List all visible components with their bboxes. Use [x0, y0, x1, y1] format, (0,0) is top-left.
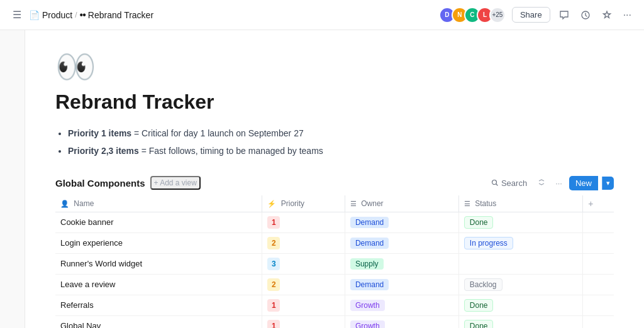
cell-name: Login experience [55, 232, 262, 253]
cell-add [583, 274, 614, 295]
db-search-button[interactable]: Search [487, 177, 531, 190]
cell-status: Done [458, 295, 582, 315]
table-row[interactable]: Cookie banner 1 Demand Done [55, 212, 614, 232]
cell-name: Cookie banner [55, 212, 262, 232]
breadcrumb-separator: / [75, 11, 77, 19]
col-status-label: Status [475, 199, 496, 208]
col-owner-label: Owner [361, 199, 383, 208]
cell-status: Done [458, 212, 582, 232]
breadcrumb-product[interactable]: Product [42, 10, 72, 20]
priority-badge: 1 [267, 320, 280, 328]
cell-priority: 2 [262, 232, 345, 253]
priority-badge: 2 [267, 237, 280, 249]
topnav: ☰ 📄 Product / •• Rebrand Tracker D N C L… [0, 0, 644, 30]
table-row[interactable]: Global Nav 1 Growth Done [55, 315, 614, 328]
bullet-2-bold: Priority 2,3 items [68, 146, 139, 156]
new-caret-button[interactable]: ▾ [602, 177, 614, 190]
table-row[interactable]: Referrals 1 Growth Done [55, 295, 614, 315]
page-emoji[interactable]: 👀 [55, 50, 614, 83]
cell-owner: Supply [345, 253, 458, 274]
priority-badge: 1 [267, 299, 280, 312]
cell-status [458, 253, 582, 274]
owner-tag: Demand [350, 238, 389, 249]
bullet-1: Priority 1 items = Critical for day 1 la… [68, 126, 614, 140]
table-header-row: 👤 Name ⚡ Priority ☰ Owner [55, 195, 614, 212]
cell-status: Done [458, 315, 582, 328]
page-bullets: Priority 1 items = Critical for day 1 la… [55, 126, 614, 158]
breadcrumb-page-title[interactable]: Rebrand Tracker [88, 10, 153, 20]
bullet-2: Priority 2,3 items = Fast follows, timin… [68, 144, 614, 158]
new-button[interactable]: New [569, 176, 598, 190]
table-row[interactable]: Leave a review 2 Demand Backlog [55, 274, 614, 295]
cell-add [583, 253, 614, 274]
db-toolbar-right: Search ··· New ▾ [487, 176, 614, 190]
priority-col-icon: ⚡ [267, 200, 276, 207]
favorite-icon[interactable] [599, 8, 614, 23]
col-header-owner: ☰ Owner [345, 195, 458, 212]
more-options-icon[interactable]: ··· [621, 7, 634, 23]
table-row[interactable]: Runner's World widget 3 Supply [55, 253, 614, 274]
owner-col-icon: ☰ [350, 200, 357, 207]
cell-name: Referrals [55, 295, 262, 315]
col-header-add: + [583, 195, 614, 212]
cell-name: Global Nav [55, 315, 262, 328]
db-table: 👤 Name ⚡ Priority ☰ Owner [55, 195, 614, 328]
status-badge: In progress [464, 237, 513, 249]
main-content: 👀 Rebrand Tracker Priority 1 items = Cri… [0, 30, 644, 328]
cell-priority: 1 [262, 295, 345, 315]
priority-badge: 3 [267, 258, 280, 270]
owner-tag: Growth [350, 320, 385, 328]
cell-add [583, 295, 614, 315]
cell-status: In progress [458, 232, 582, 253]
db-expand-button[interactable] [535, 177, 548, 190]
topnav-right: D N C L +25 Share ··· [439, 7, 634, 23]
comment-icon[interactable] [557, 8, 572, 23]
avatar-more[interactable]: +25 [489, 7, 506, 23]
status-badge: Done [464, 320, 494, 328]
col-priority-label: Priority [281, 199, 304, 208]
bullet-1-bold: Priority 1 items [68, 128, 131, 138]
db-header: Global Components + Add a view Search ··… [55, 176, 614, 190]
cell-owner: Demand [345, 212, 458, 232]
share-button[interactable]: Share [512, 7, 550, 23]
breadcrumb-dots: •• [80, 9, 86, 21]
col-header-status: ☰ Status [458, 195, 582, 212]
status-col-icon: ☰ [464, 200, 470, 207]
database-section: Global Components + Add a view Search ··… [55, 176, 614, 328]
breadcrumb: 📄 Product / •• Rebrand Tracker [29, 9, 153, 21]
db-more-button[interactable]: ··· [552, 177, 565, 190]
cell-name: Leave a review [55, 274, 262, 295]
col-name-label: Name [74, 199, 94, 208]
search-label: Search [501, 178, 527, 188]
sidebar [0, 30, 25, 328]
breadcrumb-current: •• Rebrand Tracker [80, 9, 153, 21]
avatars: D N C L +25 [439, 7, 506, 23]
cell-add [583, 232, 614, 253]
search-icon [491, 179, 499, 187]
menu-icon[interactable]: ☰ [10, 6, 24, 23]
cell-add [583, 212, 614, 232]
table-body: Cookie banner 1 Demand Done Login experi… [55, 212, 614, 328]
cell-status: Backlog [458, 274, 582, 295]
table-row[interactable]: Login experience 2 Demand In progress [55, 232, 614, 253]
add-view-button[interactable]: + Add a view [150, 176, 201, 190]
cell-name: Runner's World widget [55, 253, 262, 274]
priority-badge: 1 [267, 216, 280, 229]
owner-tag: Growth [350, 300, 385, 311]
status-badge: Backlog [464, 278, 502, 291]
bullet-2-rest: = Fast follows, timing to be managed by … [142, 146, 323, 156]
owner-tag: Demand [350, 217, 389, 228]
svg-point-1 [492, 180, 496, 185]
status-badge: Done [464, 216, 494, 229]
add-column-button[interactable]: + [588, 199, 593, 209]
app-wrapper: ☰ 📄 Product / •• Rebrand Tracker D N C L… [0, 0, 644, 328]
cell-owner: Demand [345, 274, 458, 295]
page-area: 👀 Rebrand Tracker Priority 1 items = Cri… [25, 30, 644, 328]
cell-priority: 1 [262, 212, 345, 232]
history-icon[interactable] [578, 8, 593, 23]
owner-tag: Demand [350, 279, 389, 290]
col-header-priority: ⚡ Priority [262, 195, 345, 212]
owner-tag: Supply [350, 258, 384, 270]
status-badge: Done [464, 299, 494, 312]
cell-priority: 2 [262, 274, 345, 295]
